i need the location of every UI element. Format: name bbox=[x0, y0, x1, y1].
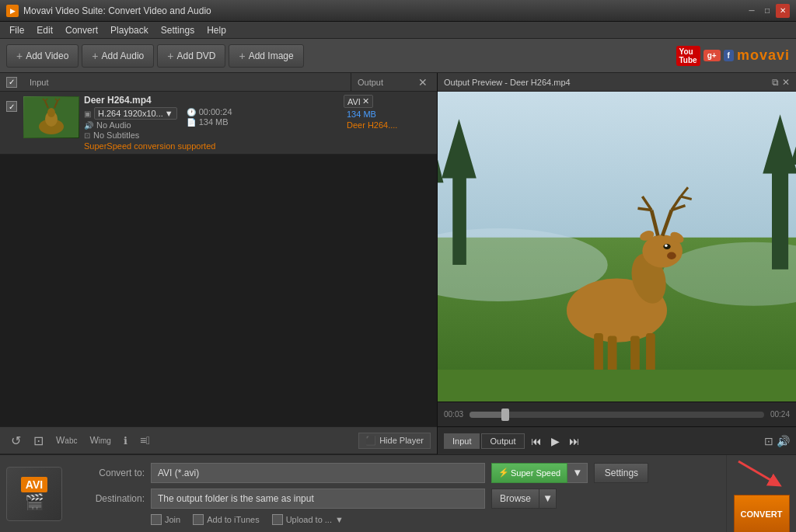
convert-button-area: CONVERT Convert checked item(s) (Ctrl+R) bbox=[726, 455, 796, 532]
menu-settings[interactable]: Settings bbox=[155, 22, 201, 38]
convert-button[interactable]: CONVERT bbox=[734, 495, 790, 532]
minimize-button[interactable]: ─ bbox=[745, 4, 759, 18]
preview-title: Output Preview - Deer H264.mp4 bbox=[444, 78, 571, 87]
audio-item: 🔊 No Audio bbox=[84, 120, 177, 130]
convert-to-label: Convert to: bbox=[75, 468, 145, 478]
superspeed-area: ⚡ Super Speed ▼ bbox=[491, 463, 588, 483]
info-button[interactable]: ℹ bbox=[119, 433, 132, 448]
convert-to-input[interactable] bbox=[151, 463, 485, 483]
rewind-button[interactable]: ⏮ bbox=[528, 433, 545, 449]
rotate-button[interactable]: ↺ bbox=[6, 432, 26, 450]
add-dvd-button[interactable]: + Add DVD bbox=[157, 44, 225, 68]
close-output-icon[interactable]: ✕ bbox=[415, 76, 431, 89]
plus-icon: + bbox=[167, 50, 173, 62]
crop-preview-icon[interactable]: ⊡ bbox=[764, 435, 773, 447]
facebook-icon[interactable]: f bbox=[724, 50, 734, 61]
play-button[interactable]: ▶ bbox=[548, 433, 563, 449]
lightning-icon: ⚡ bbox=[498, 468, 509, 478]
avi-icon-text: AVI bbox=[21, 477, 47, 492]
close-button[interactable]: ✕ bbox=[776, 4, 790, 18]
plus-icon: + bbox=[239, 50, 245, 62]
file-meta: ▣ H.264 1920x10... ▼ 🔊 No Audio bbox=[84, 107, 344, 140]
titlebar-left: ▶ Movavi Video Suite: Convert Video and … bbox=[6, 5, 211, 17]
menubar: File Edit Convert Playback Settings Help bbox=[0, 22, 796, 39]
plus-icon: + bbox=[92, 50, 98, 62]
join-checkbox[interactable] bbox=[151, 514, 162, 525]
input-output-buttons: Input Output bbox=[444, 433, 525, 449]
preview-video bbox=[438, 92, 796, 402]
detach-icon[interactable]: ⧉ bbox=[772, 77, 779, 88]
maximize-button[interactable]: □ bbox=[760, 4, 774, 18]
arrow-svg bbox=[731, 454, 793, 492]
join-checkbox-item: Join bbox=[151, 514, 180, 525]
duration-item: 🕐 00:00:24 bbox=[187, 107, 232, 116]
youtube-icon[interactable]: YouTube bbox=[676, 46, 700, 66]
superspeed-button[interactable]: ⚡ Super Speed bbox=[491, 463, 567, 483]
bottom-toolbar: ↺ ⊡ Wabc Wimg ℹ ≡⃦ ⬛ Hide Player bbox=[0, 426, 437, 454]
checkboxes-row: Join Add to iTunes Upload to ... ▼ bbox=[75, 514, 720, 525]
superspeed-dropdown[interactable]: ▼ bbox=[567, 463, 588, 483]
file-info: Deer H264.mp4 ▣ H.264 1920x10... ▼ bbox=[84, 95, 344, 151]
filesize-item: 📄 134 MB bbox=[187, 117, 232, 127]
deer-preview-svg bbox=[438, 92, 796, 402]
convert-to-row: Convert to: ⚡ Super Speed ▼ Settings bbox=[75, 463, 720, 483]
codec-item: ▣ H.264 1920x10... ▼ bbox=[84, 107, 177, 120]
file-select-checkbox[interactable] bbox=[6, 101, 17, 112]
upload-checkbox[interactable] bbox=[272, 514, 283, 525]
browse-dropdown[interactable]: ▼ bbox=[539, 489, 557, 509]
add-image-button[interactable]: + Add Image bbox=[229, 44, 303, 68]
svg-line-44 bbox=[738, 461, 776, 483]
menu-file[interactable]: File bbox=[3, 22, 30, 38]
movavi-logo: movavi bbox=[737, 47, 790, 64]
right-panel: Output Preview - Deer H264.mp4 ⧉ ✕ bbox=[438, 73, 796, 454]
codec-selector[interactable]: H.264 1920x10... ▼ bbox=[94, 107, 177, 120]
preview-top-controls: ⧉ ✕ bbox=[772, 77, 790, 88]
subtitles-item: ⊡ No Subtitles bbox=[84, 130, 177, 140]
forward-button[interactable]: ⏭ bbox=[566, 433, 583, 449]
destination-label: Destination: bbox=[75, 493, 145, 504]
timeline-progress bbox=[470, 412, 504, 418]
output-col: AVI ✕ 134 MB Deer H264.... bbox=[344, 95, 437, 130]
output-format[interactable]: AVI ✕ bbox=[344, 95, 373, 108]
svg-point-3 bbox=[47, 108, 55, 117]
timeline-bar: 00:03 00:24 bbox=[438, 402, 796, 426]
browse-area: Browse ▼ bbox=[491, 489, 557, 509]
select-all-checkbox[interactable] bbox=[6, 77, 17, 88]
destination-row: Destination: Browse ▼ bbox=[75, 489, 720, 509]
hide-player-button[interactable]: ⬛ Hide Player bbox=[358, 433, 431, 449]
menu-playback[interactable]: Playback bbox=[104, 22, 155, 38]
header-output-label: Output ✕ bbox=[351, 76, 437, 89]
volume-icon[interactable]: 🔊 bbox=[777, 435, 790, 447]
text-button[interactable]: Wabc bbox=[51, 433, 82, 447]
file-row: Deer H264.mp4 ▣ H.264 1920x10... ▼ bbox=[0, 92, 437, 155]
menu-help[interactable]: Help bbox=[201, 22, 232, 38]
input-button[interactable]: Input bbox=[444, 433, 480, 449]
itunes-checkbox[interactable] bbox=[193, 514, 204, 525]
destination-input[interactable] bbox=[151, 489, 485, 509]
close-preview-icon[interactable]: ✕ bbox=[782, 77, 790, 88]
output-button[interactable]: Output bbox=[481, 433, 524, 449]
monitor-icon: ⬛ bbox=[365, 436, 376, 446]
menu-convert[interactable]: Convert bbox=[59, 22, 104, 38]
convert-btn-area: CONVERT Convert checked item(s) (Ctrl+R) bbox=[731, 454, 793, 532]
bottom-right: Convert to: ⚡ Super Speed ▼ Settings Des… bbox=[68, 455, 726, 532]
timeline-thumb[interactable] bbox=[501, 409, 509, 421]
plus-icon: + bbox=[16, 50, 23, 62]
svg-line-34 bbox=[637, 208, 651, 210]
upload-dropdown-icon[interactable]: ▼ bbox=[335, 515, 344, 524]
settings-button[interactable]: Settings bbox=[594, 463, 648, 483]
subtitles-icon: ⊡ bbox=[84, 131, 90, 140]
svg-point-41 bbox=[665, 245, 668, 248]
watermark-button[interactable]: Wimg bbox=[85, 433, 115, 447]
browse-button[interactable]: Browse bbox=[491, 489, 539, 509]
crop-button[interactable]: ⊡ bbox=[29, 432, 48, 450]
add-video-button[interactable]: + Add Video bbox=[6, 44, 79, 68]
hide-player-area: ⬛ Hide Player bbox=[358, 433, 431, 449]
drop-area bbox=[0, 155, 437, 426]
film-icon: 🎬 bbox=[25, 492, 44, 511]
add-audio-button[interactable]: + Add Audio bbox=[82, 44, 154, 68]
menu-edit[interactable]: Edit bbox=[30, 22, 59, 38]
gplus-icon[interactable]: g+ bbox=[703, 50, 721, 61]
timeline-track[interactable] bbox=[470, 412, 764, 418]
equalizer-button[interactable]: ≡⃦ bbox=[135, 433, 155, 448]
